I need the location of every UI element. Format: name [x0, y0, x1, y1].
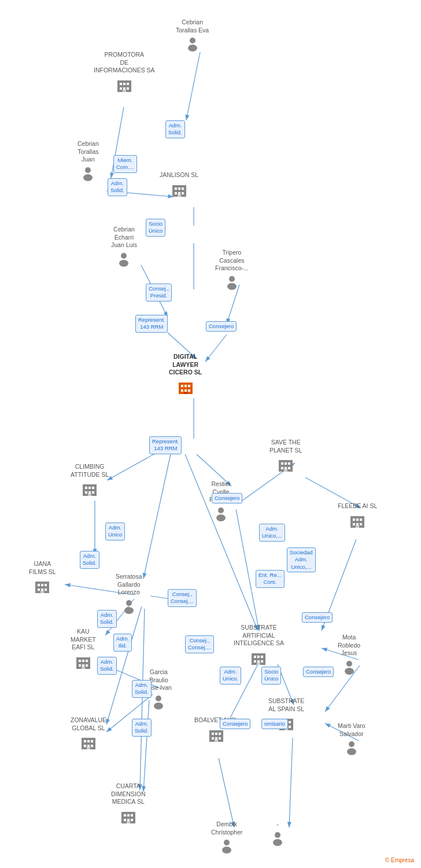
- svg-rect-136: [212, 737, 214, 740]
- svg-rect-50: [178, 187, 180, 190]
- svg-point-36: [190, 38, 195, 43]
- svg-line-8: [227, 285, 239, 324]
- svg-rect-90: [353, 523, 355, 525]
- person-icon: [213, 505, 229, 521]
- node-tripero-cascales: TriperoCascalesFrancisco-...: [215, 249, 249, 290]
- svg-rect-81: [285, 467, 287, 469]
- node-cuarta-dimension: CUARTADIMENSIONMEDICA SL: [111, 782, 146, 826]
- svg-rect-91: [356, 523, 359, 525]
- badge-consejero-4: Consejero: [303, 667, 334, 677]
- svg-rect-138: [219, 737, 221, 740]
- svg-line-33: [289, 738, 293, 827]
- svg-rect-137: [215, 737, 217, 740]
- svg-rect-53: [178, 192, 180, 194]
- svg-rect-43: [123, 87, 125, 90]
- svg-rect-78: [285, 462, 287, 465]
- person-icon: [116, 251, 132, 267]
- svg-point-161: [273, 839, 282, 846]
- svg-rect-79: [288, 462, 290, 465]
- svg-rect-119: [257, 660, 260, 663]
- badge-consej-presid: Consej.,Presid.: [146, 284, 172, 301]
- badge-consejero-2: Consejero: [212, 493, 242, 503]
- svg-line-12: [107, 451, 159, 480]
- svg-point-158: [224, 840, 230, 845]
- svg-rect-55: [178, 194, 181, 197]
- badge-adm-ilid: Adm.Ilid.: [113, 634, 132, 652]
- node-dash-person: -: [269, 821, 286, 846]
- badge-miem-com: Miem.Com....: [113, 155, 137, 173]
- person-icon: [269, 830, 286, 846]
- svg-rect-143: [289, 721, 291, 723]
- building-icon: [79, 733, 98, 752]
- svg-point-122: [346, 661, 352, 667]
- svg-point-84: [218, 507, 224, 513]
- badge-adm-unico-1: Adm.Unico: [105, 523, 125, 540]
- node-promotora: PROMOTORADEINFORMACIONES SA: [94, 51, 155, 94]
- svg-rect-118: [254, 660, 256, 663]
- svg-rect-72: [85, 491, 87, 494]
- person-icon: [184, 35, 201, 52]
- person-icon: [341, 659, 357, 675]
- svg-rect-117: [261, 656, 263, 658]
- svg-point-149: [347, 748, 356, 755]
- svg-rect-98: [38, 589, 40, 591]
- svg-point-59: [227, 283, 237, 290]
- svg-rect-129: [87, 745, 90, 747]
- building-icon: [249, 649, 268, 667]
- svg-line-27: [143, 700, 149, 792]
- svg-rect-154: [124, 819, 126, 821]
- building-orange-icon: [176, 378, 195, 396]
- svg-rect-49: [175, 187, 177, 190]
- svg-rect-80: [281, 467, 283, 469]
- svg-rect-69: [85, 487, 87, 489]
- badge-consej-consej-1: Consej.,Consej....: [168, 589, 197, 607]
- svg-rect-42: [120, 87, 122, 90]
- node-digital-lawyer: DIGITALLAWYERCICERO SL: [169, 353, 202, 396]
- svg-rect-51: [182, 187, 184, 190]
- svg-rect-70: [88, 487, 91, 489]
- svg-rect-92: [360, 523, 362, 525]
- svg-rect-52: [175, 192, 177, 194]
- svg-rect-153: [131, 814, 133, 816]
- badge-sociedad-adm: SociedadAdm.Unico,...: [287, 547, 316, 572]
- svg-rect-41: [127, 83, 129, 85]
- svg-point-37: [188, 45, 197, 52]
- svg-rect-155: [127, 819, 130, 821]
- svg-rect-121: [257, 663, 260, 665]
- building-icon: [33, 577, 51, 595]
- svg-rect-125: [84, 740, 86, 742]
- svg-point-159: [222, 847, 231, 854]
- node-fleebe: FLEEBE AI SL: [338, 502, 377, 530]
- svg-rect-130: [91, 745, 93, 747]
- badge-adm-unico-3: Adm.Unico.: [220, 667, 241, 685]
- node-save-the-planet: SAVE THEPLANET SL: [269, 439, 302, 474]
- badge-socio-unico-1: SocioÚnico: [146, 219, 165, 237]
- svg-point-160: [275, 832, 280, 838]
- svg-rect-131: [87, 747, 90, 749]
- svg-rect-127: [91, 740, 93, 742]
- node-mota-robledo: MotaRobledoJesus: [338, 634, 360, 675]
- svg-point-58: [229, 276, 235, 282]
- badge-consejero-3: Consejero: [302, 612, 333, 623]
- node-dembik-christopher: DembikChristopher: [211, 821, 242, 854]
- svg-rect-97: [45, 584, 47, 586]
- building-icon: [80, 480, 99, 498]
- svg-rect-88: [356, 518, 359, 521]
- svg-point-112: [156, 696, 161, 701]
- badge-adm-solid-3: Adm.Solid.: [80, 551, 99, 569]
- building-icon: [170, 181, 189, 199]
- badge-adm-solid-5: Adm.Solid.: [97, 657, 117, 675]
- copyright: © Empresa: [385, 857, 414, 863]
- svg-line-24: [140, 609, 145, 790]
- svg-rect-116: [257, 656, 260, 658]
- badge-represent-143-1: Represent.143 RRM: [135, 315, 168, 333]
- svg-rect-73: [88, 491, 91, 494]
- svg-rect-87: [353, 518, 355, 521]
- svg-rect-157: [127, 821, 130, 823]
- building-icon: [276, 455, 295, 474]
- svg-rect-63: [188, 385, 190, 387]
- node-ijana-films: IJANAFILMS SL: [29, 560, 56, 595]
- svg-rect-156: [131, 819, 133, 821]
- svg-rect-100: [45, 589, 47, 591]
- svg-rect-110: [86, 664, 88, 667]
